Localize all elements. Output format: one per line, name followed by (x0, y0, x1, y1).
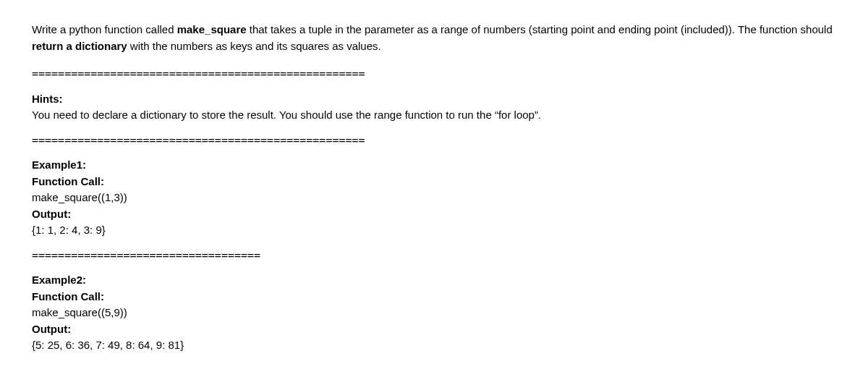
example-1: Example1: Function Call: make_square((1,… (32, 157, 836, 239)
example2-output: {5: 25, 6: 36, 7: 49, 8: 64, 9: 81} (32, 337, 836, 354)
example2-title: Example2: (32, 272, 836, 289)
hints-text: You need to declare a dictionary to stor… (32, 107, 836, 124)
intro-middle: that takes a tuple in the parameter as a… (247, 23, 833, 35)
example2-call-label: Function Call: (32, 289, 836, 305)
example1-call: make_square((1,3)) (32, 190, 836, 206)
separator-1: ========================================… (32, 66, 836, 82)
hints-label: Hints: (32, 91, 836, 108)
example-2: Example2: Function Call: make_square((5,… (32, 272, 836, 354)
problem-intro: Write a python function called make_squa… (32, 22, 836, 54)
function-name: make_square (177, 23, 247, 35)
separator-2: ========================================… (32, 132, 836, 149)
example1-output-label: Output: (32, 206, 836, 223)
example1-title: Example1: (32, 157, 836, 174)
example1-output: {1: 1, 2: 4, 3: 9} (32, 222, 836, 239)
example2-output-label: Output: (32, 321, 836, 338)
hints-section: Hints: You need to declare a dictionary … (32, 91, 836, 124)
return-phrase: return a dictionary (32, 40, 127, 52)
separator-3: =================================== (32, 248, 836, 264)
intro-prefix: Write a python function called (32, 23, 177, 35)
intro-suffix: with the numbers as keys and its squares… (127, 40, 381, 52)
example2-call: make_square((5,9)) (32, 305, 836, 321)
example1-call-label: Function Call: (32, 174, 836, 190)
